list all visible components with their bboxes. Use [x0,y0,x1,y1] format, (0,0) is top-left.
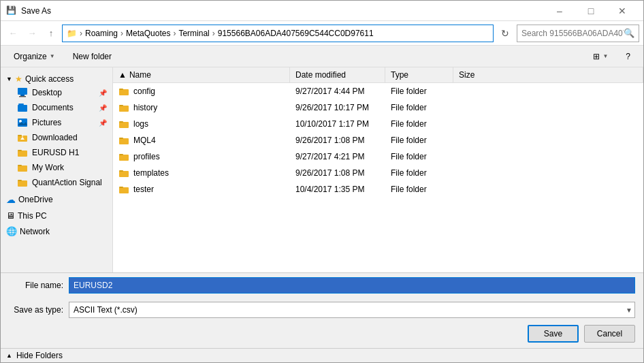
file-cell-name: history [116,102,293,113]
file-cell-date: 9/26/2017 1:08 PM [293,136,388,145]
file-cell-date: 9/27/2017 4:21 PM [293,152,388,161]
table-row[interactable]: config 9/27/2017 4:44 PM File folder [113,83,643,99]
toolbar: Organize ▼ New folder ⊞ ▼ ? [1,46,643,67]
sidebar-item-documents[interactable]: Documents 📌 [1,100,112,115]
network-icon: 🌐 [6,226,17,236]
sidebar: ▼ ★ Quick access Desktop 📌 [1,67,113,272]
maximize-button[interactable]: □ [575,1,607,21]
svg-rect-21 [119,105,123,106]
svg-rect-4 [18,105,27,112]
close-button[interactable]: ✕ [607,1,638,21]
pin-icon-desktop: 📌 [99,89,107,97]
table-row[interactable]: templates 9/26/2017 1:08 PM File folder [113,165,643,181]
title-bar-buttons: – □ ✕ [544,1,638,21]
sidebar-item-eurusd-h1[interactable]: EURUSD H1 [1,145,112,160]
breadcrumb-roaming: Roaming [85,29,118,38]
sidebar-item-onedrive[interactable]: ☁ OneDrive [1,190,112,206]
svg-rect-16 [18,180,27,187]
svg-rect-27 [119,154,123,155]
new-folder-button[interactable]: New folder [65,48,119,65]
button-row: Save Cancel [1,322,643,348]
svg-rect-0 [18,88,27,95]
col-header-size[interactable]: Size [453,67,643,82]
file-cell-date: 10/4/2017 1:35 PM [293,185,388,194]
svg-rect-29 [119,170,123,172]
quick-access-star-icon: ★ [15,74,22,84]
file-cell-name: profiles [116,151,293,162]
sidebar-quick-access-header[interactable]: ▼ ★ Quick access [1,70,112,85]
refresh-button[interactable]: ↻ [496,25,514,42]
sidebar-item-pictures[interactable]: Pictures 📌 [1,115,112,130]
thispc-icon: 🖥 [6,210,15,221]
table-row[interactable]: history 9/26/2017 10:17 PM File folder [113,99,643,116]
file-cell-date: 10/10/2017 1:17 PM [293,119,388,129]
file-cell-name: logs [116,119,293,129]
table-row[interactable]: profiles 9/27/2017 4:21 PM File folder [113,148,643,165]
sidebar-item-downloaded[interactable]: Downloaded [1,130,112,145]
file-cell-name: config [116,86,293,97]
saveas-type-select[interactable]: ASCII Text (*.csv) [69,302,635,318]
svg-rect-12 [18,151,27,157]
forward-button[interactable]: → [24,25,40,42]
folder-icon-eurusd [17,147,28,158]
dialog-title: Save As [21,6,544,16]
svg-rect-14 [18,165,27,172]
sidebar-item-desktop[interactable]: Desktop 📌 [1,85,112,100]
pin-icon-documents: 📌 [99,104,107,112]
organize-button[interactable]: Organize ▼ [6,48,63,65]
up-button[interactable]: ↑ [43,25,59,42]
svg-rect-31 [119,187,123,188]
file-cell-date: 9/27/2017 4:44 PM [293,86,388,96]
file-cell-type: File folder [388,168,456,178]
desktop-icon [17,87,28,98]
table-row[interactable]: tester 10/4/2017 1:35 PM File folder [113,181,643,198]
svg-rect-17 [18,180,22,181]
col-header-date[interactable]: Date modified [290,67,385,82]
minimize-button[interactable]: – [544,1,575,21]
file-cell-date: 9/26/2017 1:08 PM [293,168,388,178]
search-box[interactable]: 🔍 [517,25,639,42]
sidebar-item-my-work[interactable]: My Work [1,160,112,175]
cancel-button[interactable]: Cancel [584,325,635,343]
address-bar: ← → ↑ 📁 › Roaming › MetaQuotes › Termina… [1,21,643,46]
view-button[interactable]: ⊞ ▼ [585,48,615,65]
file-cell-type: File folder [388,185,456,194]
file-cell-type: File folder [388,136,456,145]
file-list-header: ▲ Name Date modified Type Size [113,67,643,83]
address-path[interactable]: 📁 › Roaming › MetaQuotes › Terminal › 91… [62,25,494,42]
pictures-icon [17,117,28,128]
folder-icon-my-work [17,162,28,173]
filename-label: File name: [9,281,63,290]
filename-input[interactable] [69,277,635,294]
pin-icon-pictures: 📌 [99,119,107,127]
sidebar-item-quantaction[interactable]: QuantAction Signal [1,175,112,190]
save-as-dialog: 💾 Save As – □ ✕ ← → ↑ 📁 › Roaming › Meta… [0,0,644,363]
file-cell-date: 9/26/2017 10:17 PM [293,103,388,112]
table-row[interactable]: logs 10/10/2017 1:17 PM File folder [113,116,643,132]
file-cell-type: File folder [388,86,456,96]
breadcrumb-item-folder: 📁 [67,29,77,38]
sidebar-item-network[interactable]: 🌐 Network [1,222,112,238]
save-button[interactable]: Save [528,325,579,343]
col-header-name[interactable]: ▲ Name [113,67,290,82]
folder-icon-quantaction [17,177,28,188]
filename-row: File name: [1,273,643,298]
view-chevron-icon: ▼ [602,53,608,59]
svg-rect-23 [119,121,123,123]
hide-folders-chevron-icon: ▲ [6,352,12,359]
organize-chevron-icon: ▼ [50,53,55,59]
search-input[interactable] [521,29,624,38]
search-icon: 🔍 [624,28,634,38]
col-header-type[interactable]: Type [385,67,453,82]
title-bar: 💾 Save As – □ ✕ [1,1,643,21]
hide-folders-bar[interactable]: ▲ Hide Folders [1,348,643,362]
help-button[interactable]: ? [618,48,638,65]
sidebar-item-thispc[interactable]: 🖥 This PC [1,206,112,222]
saveas-type-label: Save as type: [9,305,63,315]
file-rows: config 9/27/2017 4:44 PM File folder his… [113,83,643,272]
file-cell-name: tester [116,184,293,195]
svg-rect-20 [119,106,129,112]
table-row[interactable]: MQL4 9/26/2017 1:08 PM File folder [113,132,643,148]
svg-rect-30 [119,187,129,193]
back-button[interactable]: ← [5,25,21,42]
